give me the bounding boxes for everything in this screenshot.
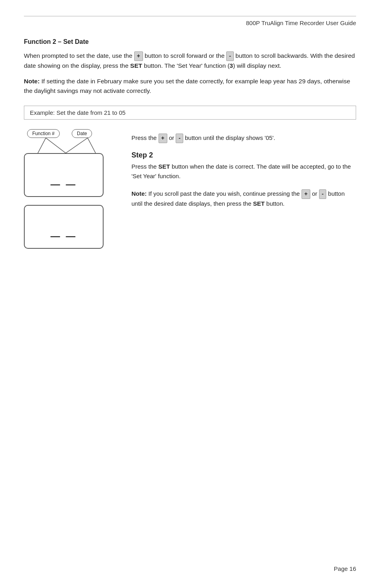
step2-main-text: Press the SET button when the date is co… xyxy=(131,162,356,181)
step2-end: button. xyxy=(264,200,284,207)
plus-button-inline: + xyxy=(134,51,143,61)
svg-line-3 xyxy=(88,138,96,153)
section-heading: Function 2 – Set Date xyxy=(24,38,356,45)
num3-bold: 3 xyxy=(229,62,233,69)
diagrams-column: Function # Date — — xyxy=(24,129,119,249)
device-display-top: — — xyxy=(24,153,104,197)
step2-note: Note: If you scroll past the date you wi… xyxy=(131,189,356,208)
connector-svg xyxy=(26,138,110,153)
diagram-top: Function # Date — — xyxy=(24,129,119,197)
step2-or: or xyxy=(310,190,319,197)
display-dashes-top: — — xyxy=(51,179,77,190)
note-label: Note: xyxy=(24,78,40,85)
step2-note-label: Note: xyxy=(131,190,147,197)
function-bubble: Function # xyxy=(27,129,60,138)
diagram-bottom: — — xyxy=(24,205,119,249)
step2-set: SET xyxy=(159,163,170,170)
set-bold-1: SET xyxy=(130,62,142,69)
step1-text: Press the + or - button until the displa… xyxy=(131,133,356,143)
step1-post: button until the display shows '05'. xyxy=(183,134,275,141)
para1-text5: ) will display next. xyxy=(233,62,281,69)
step2-pre: Press the xyxy=(131,163,159,170)
content-column: Press the + or - button until the displa… xyxy=(131,129,356,216)
step2-set2: SET xyxy=(253,200,264,207)
minus-button-inline: - xyxy=(226,51,234,61)
example-box: Example: Set the date from 21 to 05 xyxy=(24,106,356,120)
para1-text2: button to scroll forward or the xyxy=(143,52,226,59)
step2-plus: + xyxy=(302,189,310,199)
para1-text4: button. The 'Set Year' function ( xyxy=(142,62,229,69)
svg-line-1 xyxy=(46,138,66,153)
note-paragraph: Note: If setting the date in February ma… xyxy=(24,77,356,96)
step2-heading: Step 2 xyxy=(131,151,356,159)
note-text: If setting the date in February make sur… xyxy=(24,78,350,94)
intro-paragraph: When prompted to set the date, use the +… xyxy=(24,51,356,71)
step1-or: or xyxy=(167,134,176,141)
step1-plus: + xyxy=(159,134,167,143)
step2-minus: - xyxy=(319,189,327,199)
bubble-row: Function # Date xyxy=(27,129,92,138)
step1-minus: - xyxy=(176,134,183,143)
page-footer: Page 16 xyxy=(334,565,356,572)
diagram-area: Function # Date — — xyxy=(24,129,356,249)
svg-line-0 xyxy=(38,138,46,153)
display-dashes-bottom: — — xyxy=(51,230,77,242)
step2-note-text1: If you scroll past the date you wish, co… xyxy=(147,190,302,197)
date-bubble: Date xyxy=(72,129,92,138)
step2-block: Step 2 Press the SET button when the dat… xyxy=(131,151,356,208)
svg-line-2 xyxy=(66,138,88,153)
device-display-bottom: — — xyxy=(24,205,104,249)
step1-pre: Press the xyxy=(131,134,159,141)
header-divider xyxy=(24,16,356,16)
para1-text1: When prompted to set the date, use the xyxy=(24,52,134,59)
header-title: 800P TruAlign Time Recorder User Guide xyxy=(24,20,356,26)
